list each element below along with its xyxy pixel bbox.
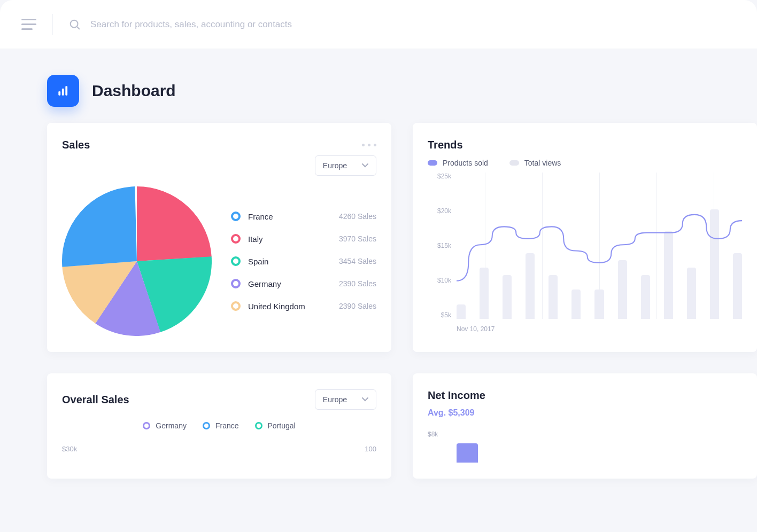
page-title: Dashboard (92, 82, 176, 100)
net-income-title: Net Income (428, 389, 742, 402)
legend-ring-icon (231, 212, 241, 221)
net-income-bar (457, 443, 478, 463)
list-item: Italy 3970 Sales (231, 234, 376, 244)
legend-swatch-icon (509, 160, 519, 166)
overall-region-select[interactable]: Europe (315, 389, 376, 410)
chevron-down-icon (362, 163, 368, 168)
legend-ring-icon (231, 279, 241, 288)
list-item: Germany 2390 Sales (231, 279, 376, 288)
net-income-card: Net Income Avg. $5,309 $8k (413, 373, 757, 479)
country-label: France (248, 212, 339, 221)
legend-item: France (203, 421, 239, 430)
sales-value: 3970 Sales (339, 234, 376, 243)
axis-left: $30k (62, 445, 77, 453)
legend-label: Portugal (268, 421, 296, 430)
country-label: Italy (248, 234, 339, 244)
overall-title: Overall Sales (62, 394, 129, 406)
list-item: Spain 3454 Sales (231, 256, 376, 266)
app-header (0, 0, 757, 49)
search-icon (69, 19, 81, 30)
svg-line-1 (77, 26, 80, 29)
x-tick: Nov 10, 2017 (457, 325, 495, 333)
legend-label: France (215, 421, 239, 430)
trends-title: Trends (428, 139, 742, 151)
sales-value: 2390 Sales (339, 279, 376, 288)
sales-value: 2390 Sales (339, 302, 376, 310)
svg-rect-4 (65, 86, 67, 95)
y-tick: $25k (428, 173, 451, 180)
sales-card: Sales Europe (47, 123, 391, 352)
legend-ring-icon (203, 422, 210, 429)
legend-label: Germany (156, 421, 187, 430)
line-series (457, 173, 742, 293)
legend-ring-icon (231, 301, 241, 311)
y-axis: $25k $20k $15k $10k $5k (428, 173, 451, 319)
legend-ring-icon (231, 256, 241, 266)
legend-item: Portugal (255, 421, 296, 430)
y-tick: $8k (428, 431, 438, 438)
trends-legend: Products sold Total views (428, 159, 742, 167)
legend-label: Total views (524, 159, 561, 167)
list-item: United Kingdom 2390 Sales (231, 301, 376, 311)
legend-swatch-icon (428, 160, 437, 166)
y-tick: $10k (428, 277, 451, 284)
sales-pie-chart (62, 186, 212, 336)
sales-value: 3454 Sales (339, 257, 376, 265)
sales-value: 4260 Sales (339, 212, 376, 221)
overall-sales-card: Overall Sales Europe Germany France Port… (47, 373, 391, 479)
menu-icon[interactable] (21, 19, 36, 30)
trends-card: Trends Products sold Total views $25k $2… (413, 123, 757, 352)
y-tick: $20k (428, 207, 451, 215)
legend-item: Germany (143, 421, 187, 430)
search-input[interactable] (90, 19, 736, 30)
page-title-row: Dashboard (0, 49, 757, 123)
net-income-avg: Avg. $5,309 (428, 408, 742, 418)
trends-chart: $25k $20k $15k $10k $5k Nov 10, 201 (428, 173, 742, 333)
legend-item: Total views (509, 159, 561, 167)
sales-region-value: Europe (323, 161, 347, 170)
legend-label: Products sold (443, 159, 488, 167)
legend-ring-icon (255, 422, 262, 429)
legend-item: Products sold (428, 159, 488, 167)
y-tick: $15k (428, 242, 451, 249)
svg-rect-3 (62, 89, 64, 96)
y-tick: $5k (428, 311, 451, 319)
country-label: Spain (248, 257, 339, 266)
divider (52, 14, 53, 35)
axis-right: 100 (365, 445, 376, 453)
net-income-chart: $8k (428, 431, 742, 463)
list-item: France 4260 Sales (231, 212, 376, 221)
chevron-down-icon (362, 397, 368, 402)
card-more-icon[interactable] (362, 144, 376, 146)
sales-legend-list: France 4260 Sales Italy 3970 Sales Spain… (231, 212, 376, 311)
sales-region-select[interactable]: Europe (315, 155, 376, 176)
country-label: Germany (248, 279, 339, 288)
dashboard-icon (47, 75, 79, 107)
sales-title: Sales (62, 139, 90, 151)
overall-region-value: Europe (323, 395, 347, 404)
svg-rect-2 (58, 91, 60, 96)
overall-axis: $30k 100 (62, 445, 376, 453)
legend-ring-icon (231, 234, 241, 244)
country-label: United Kingdom (248, 302, 339, 311)
overall-legend: Germany France Portugal (62, 421, 376, 430)
legend-ring-icon (143, 422, 150, 429)
